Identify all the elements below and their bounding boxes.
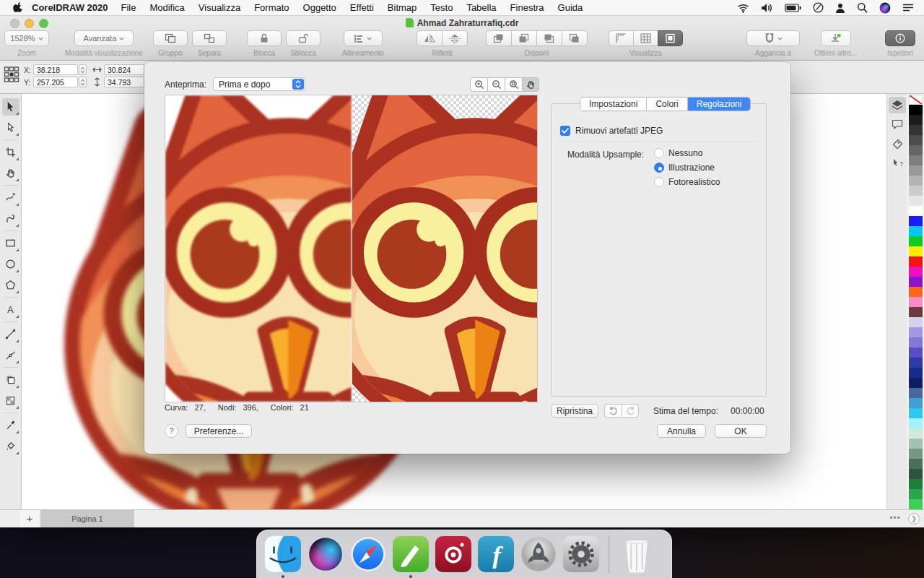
menu-modifica[interactable]: Modifica: [149, 2, 184, 13]
y-position-input[interactable]: 257.205: [33, 77, 78, 87]
forward-one-button[interactable]: [511, 30, 536, 46]
undo-button[interactable]: [604, 404, 622, 418]
grid-toggle-button[interactable]: [633, 30, 658, 46]
palette-swatch[interactable]: [909, 489, 923, 499]
dimension-tool[interactable]: [2, 347, 19, 364]
palette-swatch[interactable]: [909, 176, 923, 186]
whats-this-help-icon[interactable]: ?: [889, 155, 906, 172]
pan-tool[interactable]: [2, 165, 19, 182]
palette-swatch[interactable]: [909, 337, 923, 348]
object-height-input[interactable]: 34.793: [104, 77, 144, 87]
mirror-horizontal-button[interactable]: [417, 30, 442, 46]
menu-formato[interactable]: Formato: [254, 2, 289, 13]
palette-swatch[interactable]: [909, 267, 923, 277]
wifi-icon[interactable]: [737, 3, 749, 13]
palette-swatch[interactable]: [909, 135, 923, 145]
add-page-button[interactable]: +: [20, 510, 39, 527]
to-back-button[interactable]: [562, 30, 588, 46]
palette-swatch[interactable]: [909, 327, 923, 337]
polygon-tool[interactable]: [2, 277, 19, 294]
ungroup-button[interactable]: [192, 30, 227, 46]
two-point-curve-tool[interactable]: [2, 210, 19, 228]
battery-icon[interactable]: [785, 4, 801, 12]
menu-bitmap[interactable]: Bitmap: [388, 2, 417, 13]
menu-guida[interactable]: Guida: [558, 2, 583, 13]
menu-oggetto[interactable]: Oggetto: [303, 2, 336, 13]
zoom-fit-button[interactable]: [505, 77, 522, 92]
clock-icon[interactable]: [813, 2, 824, 13]
mirror-vertical-button[interactable]: [442, 30, 468, 46]
control-list-icon[interactable]: [902, 3, 914, 12]
transparency-tool[interactable]: [2, 392, 19, 410]
palette-swatch[interactable]: [909, 105, 923, 115]
object-position-grid-icon[interactable]: [4, 66, 19, 83]
tab-regolazioni[interactable]: Regolazioni: [688, 98, 751, 111]
active-app-name[interactable]: CorelDRAW 2020: [32, 2, 108, 13]
objects-inspector-icon[interactable]: [889, 97, 906, 113]
ellipse-tool[interactable]: [2, 256, 19, 273]
menu-effetti[interactable]: Effetti: [350, 2, 374, 13]
palette-scroll-button[interactable]: ❯: [908, 513, 920, 525]
palette-swatch[interactable]: [909, 418, 923, 428]
cancel-button[interactable]: Annulla: [657, 424, 706, 438]
dock-launchpad-icon[interactable]: [520, 536, 557, 572]
palette-overflow-dots[interactable]: •••: [889, 513, 901, 523]
text-tool[interactable]: A: [2, 301, 19, 319]
zoom-in-button[interactable]: [470, 77, 487, 92]
lock-button[interactable]: [247, 30, 282, 46]
palette-swatch[interactable]: [909, 378, 923, 388]
user-icon[interactable]: [835, 3, 845, 13]
comments-inspector-icon[interactable]: [889, 116, 906, 133]
palette-swatch[interactable]: [909, 368, 923, 378]
palette-swatch[interactable]: [909, 155, 923, 165]
alignment-dropdown[interactable]: [344, 30, 383, 46]
reset-button[interactable]: Ripristina: [551, 404, 598, 418]
palette-swatch[interactable]: [909, 246, 923, 256]
object-width-input[interactable]: 30.824: [104, 64, 144, 75]
palette-swatch[interactable]: [909, 459, 923, 469]
palette-swatch[interactable]: [909, 317, 923, 327]
radio-illustrazione[interactable]: [654, 163, 664, 173]
radio-fotorealistico[interactable]: [654, 177, 664, 187]
line-tool[interactable]: [2, 326, 19, 343]
apple-menu-icon[interactable]: [13, 2, 23, 13]
palette-swatch[interactable]: [909, 479, 923, 489]
palette-swatch[interactable]: [909, 216, 923, 226]
drop-shadow-tool[interactable]: [2, 371, 19, 389]
page-tab[interactable]: Pagina 1: [40, 510, 134, 527]
zoom-out-button[interactable]: [487, 77, 505, 92]
x-position-input[interactable]: 38.218: [33, 64, 78, 75]
view-mode-dropdown[interactable]: Avanzata: [74, 30, 134, 46]
palette-swatch[interactable]: [909, 469, 923, 479]
palette-swatch[interactable]: [909, 287, 923, 297]
dock-font-manager-icon[interactable]: f: [478, 536, 514, 572]
before-after-preview[interactable]: [165, 95, 538, 402]
help-button[interactable]: ?: [165, 424, 178, 438]
menu-testo[interactable]: Testo: [430, 2, 453, 13]
dock-coreldraw-icon[interactable]: [393, 536, 429, 572]
pick-tool[interactable]: [2, 98, 19, 116]
dock-system-preferences-icon[interactable]: [563, 536, 599, 572]
y-stepper[interactable]: [79, 77, 87, 87]
palette-swatch[interactable]: [909, 145, 923, 155]
page-view-toggle-button[interactable]: [658, 30, 683, 46]
palette-swatch[interactable]: [909, 125, 923, 135]
ok-button[interactable]: OK: [715, 424, 767, 438]
to-front-button[interactable]: [486, 30, 511, 46]
palette-swatch[interactable]: [909, 398, 923, 408]
menu-file[interactable]: File: [121, 2, 136, 13]
palette-swatch[interactable]: [909, 256, 923, 267]
pan-preview-button[interactable]: [522, 77, 539, 92]
snap-to-dropdown[interactable]: [746, 30, 800, 46]
palette-swatch[interactable]: [909, 439, 923, 449]
radio-nessuno[interactable]: [654, 148, 664, 158]
preferences-button[interactable]: Preferenze...: [186, 424, 252, 438]
palette-swatch[interactable]: [909, 408, 923, 418]
crop-tool[interactable]: [2, 144, 19, 161]
palette-swatch[interactable]: [909, 186, 923, 196]
x-stepper[interactable]: [79, 64, 87, 75]
tab-colori[interactable]: Colori: [647, 98, 687, 111]
palette-swatch[interactable]: [909, 115, 923, 125]
menu-visualizza[interactable]: Visualizza: [199, 2, 240, 13]
palette-swatch[interactable]: [909, 388, 923, 398]
